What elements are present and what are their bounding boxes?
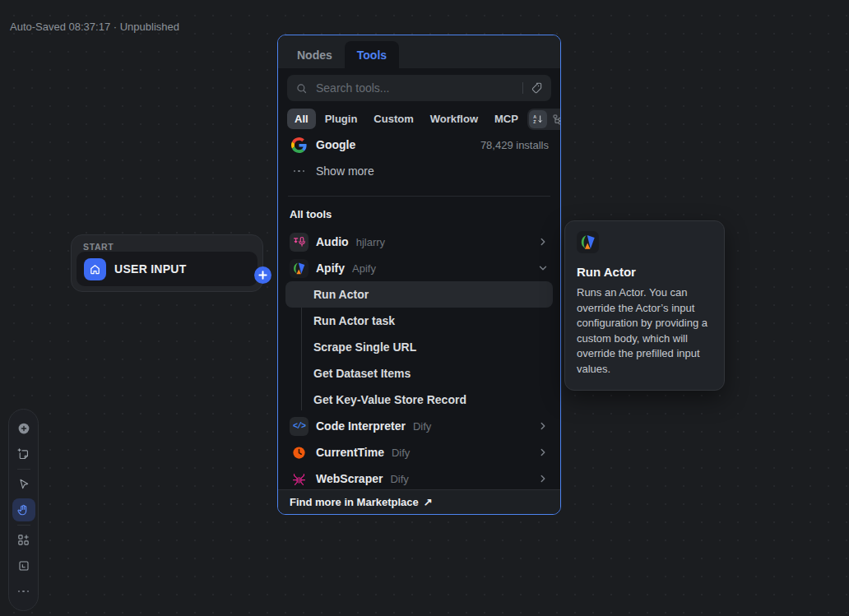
home-icon <box>84 258 106 280</box>
apify-tools-group: Run Actor Run Actor task Scrape Single U… <box>278 281 560 413</box>
add-node-button[interactable] <box>12 417 35 440</box>
sort-alpha-button[interactable]: AZ <box>529 110 547 128</box>
chevron-right-icon <box>537 236 549 248</box>
filter-all[interactable]: All <box>287 109 316 129</box>
tool-name: Apify <box>316 262 345 275</box>
tab-nodes[interactable]: Nodes <box>285 41 345 68</box>
frame-icon <box>17 559 30 572</box>
tool-row-apify[interactable]: Apify Apify <box>278 255 560 281</box>
marketplace-link[interactable]: Find more in Marketplace ↗ <box>278 489 560 514</box>
filter-workflow[interactable]: Workflow <box>423 109 485 129</box>
sort-alpha-icon: AZ <box>532 113 544 125</box>
search-bar[interactable] <box>287 75 551 101</box>
apify-tool-get-kv-store-record[interactable]: Get Key-Value Store Record <box>285 387 553 413</box>
tool-name: Audio <box>316 235 349 248</box>
code-icon: </> <box>290 417 309 436</box>
tool-author: Apify <box>352 262 376 275</box>
svg-text:A: A <box>533 113 536 118</box>
tree-view-icon <box>552 113 561 125</box>
tool-author: Dify <box>413 420 431 433</box>
tool-row-currenttime[interactable]: CurrentTime Dify <box>278 439 560 465</box>
apify-tool-run-actor-task[interactable]: Run Actor task <box>285 308 553 334</box>
organize-icon <box>16 533 30 547</box>
panel-tab-bar: Nodes Tools <box>278 35 560 68</box>
apify-tool-scrape-single-url[interactable]: Scrape Single URL <box>285 334 553 360</box>
marketplace-label: Find more in Marketplace <box>290 496 419 508</box>
apify-icon-large <box>577 231 599 253</box>
spider-icon <box>290 470 309 489</box>
search-input[interactable] <box>314 81 516 95</box>
pointer-mode-button[interactable] <box>12 473 35 496</box>
tool-detail-description: Runs an Actor. You can override the Acto… <box>577 285 712 377</box>
tool-author: hjlarry <box>356 236 385 248</box>
search-divider <box>522 82 523 94</box>
chevron-right-icon <box>537 447 549 458</box>
cursor-icon <box>17 478 30 491</box>
user-input-title: USER INPUT <box>114 262 187 276</box>
tool-name: Google <box>316 138 355 151</box>
hand-icon <box>16 503 30 517</box>
fit-view-button[interactable] <box>12 554 35 577</box>
tag-filter-icon[interactable] <box>530 81 543 95</box>
tool-author: Dify <box>390 473 408 485</box>
show-more-label: Show more <box>316 164 374 178</box>
chevron-right-icon <box>537 420 549 432</box>
plus-circle-icon <box>16 421 31 436</box>
external-link-arrow-icon: ↗ <box>424 496 433 508</box>
toolbar-divider <box>17 525 30 526</box>
canvas-toolbar <box>8 409 39 611</box>
add-connection-button[interactable] <box>254 266 271 284</box>
svg-text:Z: Z <box>533 119 536 124</box>
view-toggle: AZ <box>527 109 561 130</box>
organize-nodes-button[interactable] <box>12 528 35 551</box>
tool-row-webscraper[interactable]: WebScraper Dify <box>278 465 560 489</box>
tool-name: Code Interpreter <box>316 419 406 433</box>
tool-detail-title: Run Actor <box>577 265 712 279</box>
tool-author: Dify <box>392 447 410 459</box>
section-title: All tools <box>278 197 560 229</box>
more-options-button[interactable] <box>12 580 35 603</box>
node-picker-panel: Nodes Tools All Plugin Custom Workflow M… <box>277 35 561 515</box>
tool-detail-card: Run Actor Runs an Actor. You can overrid… <box>564 220 725 391</box>
user-input-card[interactable]: USER INPUT <box>77 252 257 286</box>
start-node-badge: START <box>72 235 262 252</box>
installs-count: 78,429 installs <box>480 139 549 151</box>
tool-name: CurrentTime <box>316 446 384 459</box>
tree-view-button[interactable] <box>549 110 561 128</box>
filter-plugin[interactable]: Plugin <box>318 109 365 129</box>
tool-row-audio[interactable]: Audio hjlarry <box>278 229 560 255</box>
tab-tools[interactable]: Tools <box>345 41 399 68</box>
autosave-status: Auto-Saved 08:37:17 · Unpublished <box>10 21 179 33</box>
tool-name: WebScraper <box>316 472 383 485</box>
add-note-button[interactable] <box>12 443 35 466</box>
chevron-right-icon <box>537 473 549 484</box>
filter-mcp[interactable]: MCP <box>487 109 526 129</box>
apify-icon <box>290 259 309 278</box>
apify-tool-get-dataset-items[interactable]: Get Dataset Items <box>285 360 553 387</box>
tool-row-code-interpreter[interactable]: </> Code Interpreter Dify <box>278 413 560 439</box>
tools-list[interactable]: Google 78,429 installs Show more All too… <box>278 130 560 489</box>
apify-tool-run-actor[interactable]: Run Actor <box>285 281 553 308</box>
clock-icon <box>290 443 309 462</box>
show-more-ellipsis-icon <box>290 162 309 181</box>
ellipsis-icon <box>18 591 30 593</box>
google-icon <box>290 136 309 155</box>
note-plus-icon <box>16 447 30 461</box>
start-node[interactable]: START USER INPUT <box>71 234 263 292</box>
audio-icon <box>290 233 309 252</box>
workflow-canvas[interactable]: Auto-Saved 08:37:17 · Unpublished START … <box>0 0 849 616</box>
hand-mode-button[interactable] <box>12 498 35 521</box>
chevron-down-icon <box>537 262 549 274</box>
show-more-button[interactable]: Show more <box>278 158 560 184</box>
toolbar-divider <box>17 469 30 470</box>
filter-tabs: All Plugin Custom Workflow MCP AZ <box>287 108 551 130</box>
tool-row-google[interactable]: Google 78,429 installs <box>278 132 560 158</box>
filter-custom[interactable]: Custom <box>366 109 420 129</box>
search-icon <box>295 82 308 95</box>
